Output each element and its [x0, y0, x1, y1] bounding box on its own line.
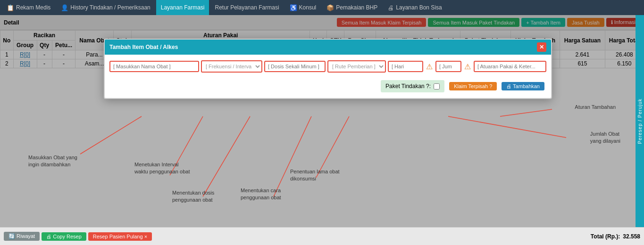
copy-resep-button[interactable]: 🖨 Copy Resep: [42, 232, 86, 241]
main-area: Detail Semua Item Masuk Klaim Terpisah S…: [0, 15, 644, 227]
klaim-terpisah-modal-button[interactable]: Klaim Terpisah ?: [449, 82, 497, 90]
rute-pemberian-select[interactable]: [ Rute Pemberian ]: [327, 60, 386, 73]
nav-konsul[interactable]: ♿ Konsul: [285, 0, 321, 15]
tambah-item-modal: Tambah Item Obat / Alkes ✕ [ Frekuensi /…: [104, 39, 552, 99]
nav-history-tindakan[interactable]: 👤 History Tindakan / Pemeriksaan: [56, 0, 155, 15]
footer-right: Total (Rp.): 32.558: [591, 233, 640, 240]
tambahkan-button[interactable]: 🖨 Tambahkan: [502, 82, 544, 90]
paket-tindakan-checkbox[interactable]: [434, 83, 440, 90]
bhp-icon: 📦: [326, 4, 334, 11]
modal-bottom-row: Paket Tindakan ?: Klaim Terpisah ? 🖨 Tam…: [109, 80, 546, 92]
total-label: Total (Rp.):: [591, 233, 620, 240]
side-tab[interactable]: Peresep / Perujuk: [636, 15, 644, 227]
nav-rekam-medis[interactable]: 📋 Rekam Medis: [2, 0, 55, 15]
konsul-icon: ♿: [290, 4, 297, 11]
rekam-medis-icon: 📋: [7, 4, 14, 11]
dosis-input[interactable]: [264, 61, 326, 72]
modal-title: Tambah Item Obat / Alkes: [109, 44, 178, 50]
warning-icon2: ⚠: [464, 62, 471, 71]
aturan-pakai-input[interactable]: [474, 61, 546, 72]
riwayat-button[interactable]: 🔄 Riwayat: [4, 232, 40, 241]
history-icon: 👤: [61, 4, 68, 11]
bon-sisa-icon: 🖨: [388, 4, 394, 11]
nav-layanan-farmasi[interactable]: Layanan Farmasi: [156, 0, 209, 15]
nav-layanan-bon-sisa[interactable]: 🖨 Layanan Bon Sisa: [383, 0, 446, 15]
top-navigation: 📋 Rekam Medis 👤 History Tindakan / Pemer…: [0, 0, 644, 15]
paket-tindakan-section: Paket Tindakan ?:: [381, 80, 444, 92]
modal-close-button[interactable]: ✕: [537, 42, 546, 52]
modal-inputs-row: [ Frekuensi / Interva [ Rute Pemberian ]…: [109, 60, 546, 73]
nav-retur-pelayanan[interactable]: Retur Pelayanan Farmasi: [210, 0, 284, 15]
nama-obat-input[interactable]: [109, 61, 199, 72]
jumlah-input[interactable]: [435, 61, 461, 72]
nav-pemakaian-bhp[interactable]: 📦 Pemakaian BHP: [322, 0, 382, 15]
warning-icon: ⚠: [426, 62, 433, 71]
hari-input[interactable]: [388, 61, 423, 72]
footer-left: 🔄 Riwayat 🖨 Copy Resep Resep Pasien Pula…: [4, 232, 152, 241]
paket-tindakan-label: Paket Tindakan ?:: [385, 83, 431, 90]
resep-pasien-button[interactable]: Resep Pasien Pulang ×: [88, 232, 152, 241]
total-value: 32.558: [623, 233, 640, 240]
side-tab-label: Peresep / Perujuk: [637, 98, 643, 144]
frekuensi-select[interactable]: [ Frekuensi / Interva: [201, 60, 262, 73]
modal-body: [ Frekuensi / Interva [ Rute Pemberian ]…: [105, 55, 551, 98]
footer-bar: 🔄 Riwayat 🖨 Copy Resep Resep Pasien Pula…: [0, 227, 644, 245]
modal-header: Tambah Item Obat / Alkes ✕: [105, 40, 551, 55]
